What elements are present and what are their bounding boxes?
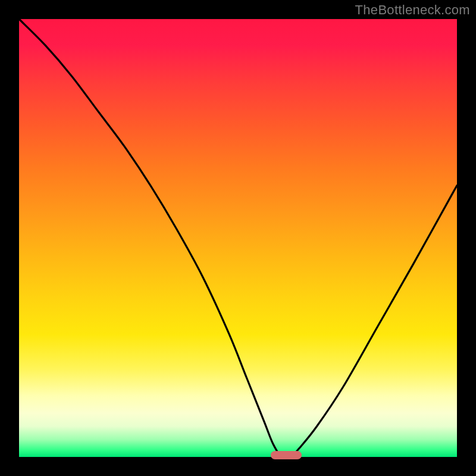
chart-frame: TheBottleneck.com bbox=[0, 0, 476, 476]
optimal-marker bbox=[271, 451, 302, 459]
bottleneck-curve bbox=[19, 19, 457, 457]
plot-area bbox=[19, 19, 457, 457]
watermark-text: TheBottleneck.com bbox=[355, 2, 470, 18]
